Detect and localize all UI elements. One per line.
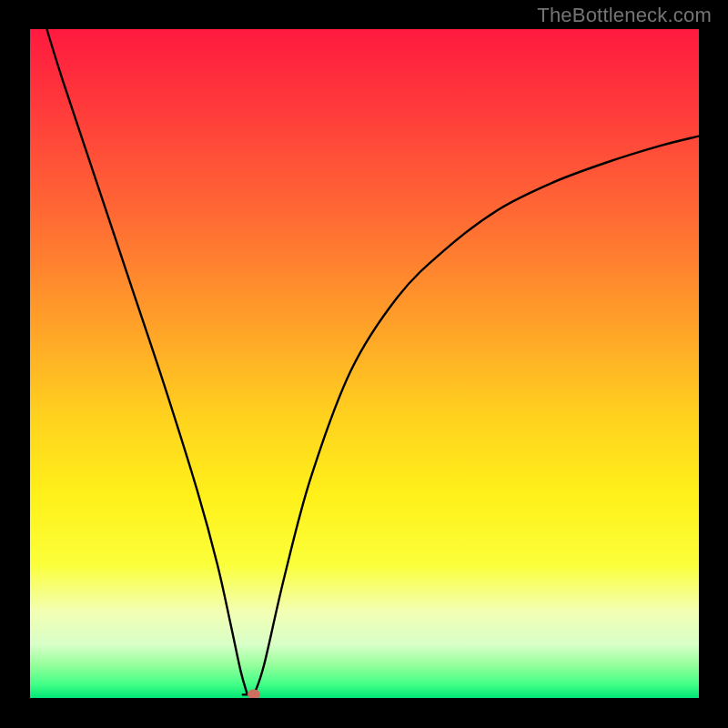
bottleneck-curve: [46, 29, 699, 694]
chart-container: TheBottleneck.com: [0, 0, 728, 728]
curve-layer: [30, 29, 699, 698]
plot-area: [30, 29, 699, 698]
watermark-text: TheBottleneck.com: [537, 4, 712, 27]
optimal-point-marker: [248, 690, 260, 698]
